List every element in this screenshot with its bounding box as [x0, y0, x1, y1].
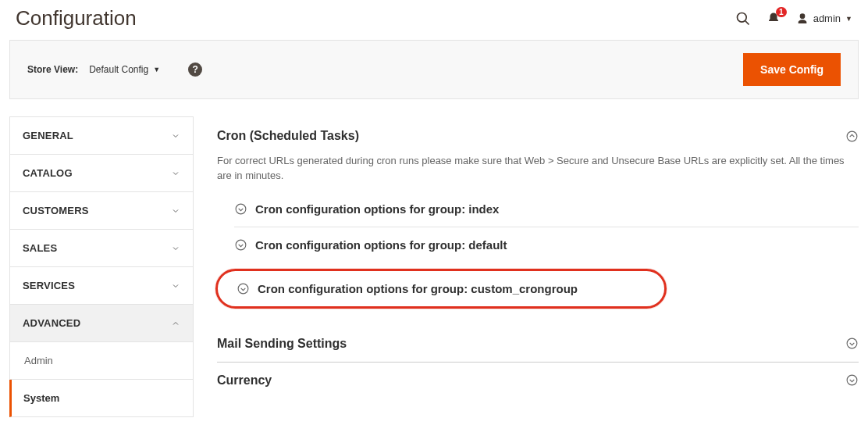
cron-group-default[interactable]: Cron configuration options for group: de…	[234, 227, 859, 263]
chevron-down-icon	[171, 281, 180, 291]
sidebar-section-advanced[interactable]: ADVANCED	[9, 305, 194, 342]
sidebar-section-catalog[interactable]: CATALOG	[9, 155, 194, 192]
svg-point-4	[236, 240, 246, 250]
sidebar-section-services[interactable]: SERVICES	[9, 267, 194, 305]
caret-down-icon: ▼	[153, 66, 160, 73]
chevron-down-icon	[171, 206, 180, 216]
chevron-up-icon	[171, 319, 180, 328]
section-mail[interactable]: Mail Sending Settings	[217, 337, 859, 351]
sidebar-section-customers[interactable]: CUSTOMERS	[9, 192, 194, 230]
cron-group-index[interactable]: Cron configuration options for group: in…	[234, 191, 859, 227]
sidebar-item-system[interactable]: System	[9, 380, 194, 417]
config-sidebar: GENERAL CATALOG CUSTOMERS SALES SERV	[9, 116, 194, 417]
page-title: Configuration	[16, 6, 137, 30]
cron-note: For correct URLs generated during cron r…	[217, 154, 859, 184]
notifications-icon[interactable]: 1	[767, 12, 781, 26]
search-icon[interactable]	[735, 11, 751, 27]
sidebar-section-sales[interactable]: SALES	[9, 230, 194, 267]
svg-point-5	[238, 284, 248, 294]
expand-down-icon	[234, 202, 247, 216]
notification-badge: 1	[776, 7, 787, 17]
section-currency[interactable]: Currency	[217, 373, 859, 388]
chevron-down-icon	[171, 169, 180, 178]
svg-point-7	[847, 375, 857, 385]
save-config-button[interactable]: Save Config	[743, 53, 841, 86]
chevron-down-icon	[171, 131, 180, 141]
svg-point-3	[236, 204, 246, 214]
cron-group-custom[interactable]: Cron configuration options for group: cu…	[215, 269, 667, 309]
collapse-up-icon	[845, 130, 859, 143]
expand-down-icon	[234, 238, 247, 252]
expand-down-icon	[845, 337, 859, 350]
chevron-down-icon	[171, 244, 180, 253]
help-icon[interactable]: ?	[188, 63, 202, 77]
storeview-label: Store View:	[27, 64, 78, 75]
sidebar-section-general[interactable]: GENERAL	[9, 116, 194, 155]
storeview-value: Default Config	[89, 64, 148, 75]
svg-point-2	[847, 131, 857, 141]
section-cron[interactable]: Cron (Scheduled Tasks)	[217, 129, 859, 143]
storeview-select[interactable]: Default Config ▼	[89, 64, 160, 75]
user-icon	[796, 13, 809, 25]
svg-point-6	[847, 338, 857, 348]
expand-down-icon	[845, 373, 859, 387]
user-menu[interactable]: admin ▼	[796, 13, 852, 25]
main-content: Cron (Scheduled Tasks) For correct URLs …	[217, 116, 859, 417]
caret-down-icon: ▼	[845, 15, 852, 23]
expand-down-icon	[237, 282, 250, 295]
sidebar-item-admin[interactable]: Admin	[9, 342, 194, 380]
svg-point-0	[737, 13, 746, 22]
svg-line-1	[745, 20, 749, 24]
user-label: admin	[813, 13, 841, 24]
